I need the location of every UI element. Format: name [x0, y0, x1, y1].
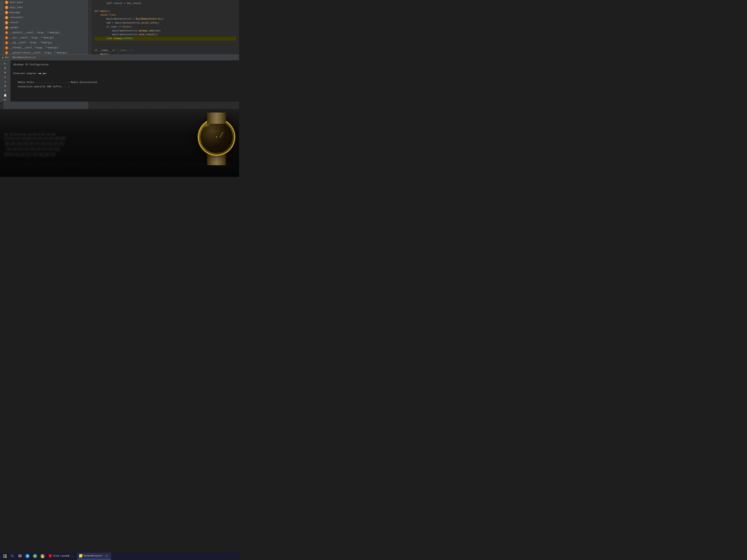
- key-h: H: [36, 147, 42, 152]
- qwerty-row: Q W E R T Y U I O P: [0, 141, 186, 146]
- watch-display: AIYISHI: [186, 109, 239, 169]
- key-f2: F2: [14, 133, 18, 136]
- run-output: Windows IP Configuration Ethernet adapte…: [10, 60, 239, 102]
- key-0: 0: [60, 136, 66, 140]
- key-5: 5: [32, 136, 37, 140]
- structure-item-label: __eq__(self, *args, **kwargs): [10, 41, 52, 45]
- run-panel-header: ▶ Run | MailRemoteControl: [0, 55, 239, 60]
- structure-item-result[interactable]: f result: [3, 20, 88, 25]
- method-icon: m: [5, 36, 8, 39]
- tab-terminal-label: Terminal: [50, 165, 61, 167]
- structure-label[interactable]: 7: Structure: [1, 1, 3, 14]
- structure-item-dir[interactable]: m __dir__(self, *args, **kwargs): [3, 35, 88, 41]
- code-line-10: time.sleep(100000): [95, 37, 236, 41]
- output-line-1: Windows IP Configuration: [14, 62, 236, 67]
- structure-item-label: mail_pass: [10, 1, 23, 4]
- structure-item-message[interactable]: f message: [3, 10, 88, 15]
- key-g: G: [30, 147, 36, 152]
- output-line-4: [14, 76, 236, 80]
- key-t: T: [29, 141, 34, 146]
- key-f5: F5: [28, 133, 32, 136]
- structure-item-eq[interactable]: m __eq__(self, *args, **kwargs): [3, 40, 88, 45]
- structure-item-label: __delattr__(self, *args, **kwargs): [10, 31, 60, 35]
- field-icon: f: [5, 21, 8, 24]
- structure-item-label: sender: [10, 26, 19, 30]
- key-o: O: [53, 141, 58, 146]
- run-rerun-button[interactable]: ↺: [2, 80, 8, 83]
- key-v: V: [32, 152, 38, 157]
- num-key-row: ` 1 2 3 4 5 6 7 8 9 0: [0, 136, 186, 141]
- code-line-12: [95, 45, 236, 49]
- watch-hour-hand: [220, 132, 223, 138]
- structure-tab-strip: 7: Structure: [0, 0, 3, 55]
- structure-item-format[interactable]: m __format__(self, *args, **kwargs): [3, 45, 88, 50]
- code-line-3: def main():: [95, 9, 236, 14]
- run-tab-icon: ▶: [67, 165, 68, 168]
- structure-item-mail_user[interactable]: f mail_user: [3, 5, 88, 10]
- structure-item-label: receivers: [10, 16, 23, 20]
- todo-icon: ✔: [3, 165, 4, 168]
- key-z: Z: [14, 152, 20, 157]
- key-i: I: [47, 141, 53, 146]
- method-icon: m: [5, 46, 8, 50]
- run-up-button[interactable]: ▲: [2, 66, 8, 70]
- tab-run-label: 4: Run: [69, 165, 77, 168]
- structure-item-sender[interactable]: f sender: [3, 25, 88, 30]
- field-icon: f: [5, 26, 8, 29]
- key-e: E: [17, 141, 22, 146]
- key-w: W: [11, 141, 16, 146]
- field-icon: f: [5, 16, 8, 19]
- key-b: B: [38, 152, 44, 157]
- watch-center: [216, 136, 217, 138]
- key-1: 1: [9, 136, 15, 140]
- code-line-6: cmd = mailremotecontrol.print_info(): [95, 21, 236, 25]
- tab-python-console[interactable]: 🐍 Python Console: [17, 163, 46, 169]
- key-6: 6: [37, 136, 43, 140]
- code-line-7: if (cmd != False):: [95, 25, 236, 29]
- key-a: A: [6, 147, 12, 152]
- method-icon: m: [5, 41, 8, 45]
- code-line-4: while True:: [95, 13, 236, 17]
- run-tab-label: Run: [5, 56, 9, 59]
- structure-item-label: mail_user: [10, 6, 23, 9]
- structure-item-receivers[interactable]: f receivers: [3, 15, 88, 20]
- run-icon: ▶: [2, 56, 4, 59]
- key-x: X: [20, 152, 26, 157]
- status-message: Platform and Plugin Updates: PyCharm is …: [2, 174, 93, 176]
- key-9: 9: [55, 136, 60, 140]
- bottom-tab-bar: ✔ 6: TODO 🐍 Python Console ▭ Terminal ▶ …: [0, 163, 239, 169]
- run-panel: ▶ Run | MailRemoteControl ▶ ▲ ▼ ■ ↺ ⏸ ≡ …: [0, 55, 239, 102]
- key-k: K: [48, 147, 54, 152]
- run-down-button[interactable]: ▼: [2, 71, 8, 74]
- run-pause-button[interactable]: ⏸: [2, 84, 8, 88]
- tab-terminal[interactable]: ▭ Terminal: [46, 163, 64, 169]
- watch-band-top: [207, 112, 226, 124]
- tab-run[interactable]: ▶ 4: Run: [64, 163, 80, 169]
- run-scroll-button[interactable]: ≡: [2, 89, 8, 92]
- tab-python-console-label: Python Console: [24, 165, 43, 167]
- field-icon: f: [5, 1, 8, 4]
- key-j: J: [42, 147, 48, 152]
- run-more-button[interactable]: >>: [2, 98, 8, 102]
- key-2: 2: [15, 136, 20, 140]
- key-r: R: [23, 141, 28, 146]
- run-dump-button[interactable]: 📋: [2, 94, 8, 97]
- status-bar: Platform and Plugin Updates: PyCharm is …: [0, 173, 239, 177]
- fn-key-row: Esc F1 F2 F3 F4 F5 F6 F7 F8 F9 F10: [0, 131, 186, 136]
- structure-item-delattr[interactable]: m __delattr__(self, *args, **kwargs): [3, 30, 88, 35]
- run-play-button[interactable]: ▶: [2, 62, 8, 65]
- watch-case: AIYISHI: [198, 118, 235, 156]
- key-backtick: `: [4, 136, 9, 140]
- structure-item-label: __getattribute__(self, *args, **kwargs): [10, 51, 67, 55]
- key-f9: F9: [47, 133, 51, 136]
- watch-brand: AIYISHI: [213, 131, 220, 132]
- structure-item-label: message: [10, 11, 20, 15]
- tab-todo[interactable]: ✔ 6: TODO: [0, 163, 17, 169]
- key-f10: F10: [51, 133, 56, 136]
- watch-reflection: [202, 121, 211, 128]
- run-stop-button[interactable]: ■: [2, 76, 8, 79]
- field-icon: f: [5, 11, 8, 14]
- key-esc: Esc: [4, 133, 8, 136]
- key-4: 4: [26, 136, 32, 140]
- structure-item-mail_pass[interactable]: f mail_pass: [3, 0, 88, 5]
